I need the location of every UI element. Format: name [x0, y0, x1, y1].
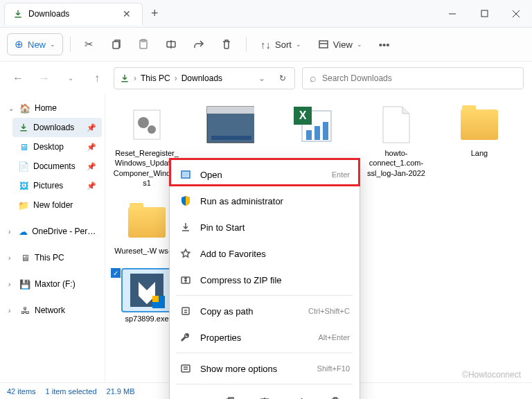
chevron-right-icon: ›	[8, 254, 15, 262]
pin-icon: 📌	[87, 162, 96, 171]
up-button[interactable]: ↑	[87, 69, 107, 88]
context-run-as-admin[interactable]: Run as administrator	[170, 188, 360, 214]
zip-icon	[179, 274, 192, 285]
sidebar-item-newfolder[interactable]: 📁 New folder	[12, 195, 102, 215]
rename-icon	[166, 39, 177, 50]
sidebar-item-downloads[interactable]: Downloads 📌	[12, 118, 102, 137]
breadcrumb-thispc[interactable]: This PC	[141, 73, 170, 83]
window-controls	[436, 0, 532, 28]
chevron-right-icon: ›	[8, 228, 15, 236]
minimize-button[interactable]	[436, 0, 468, 28]
view-icon	[318, 39, 329, 50]
tab-downloads[interactable]: Downloads ✕	[4, 3, 143, 25]
close-button[interactable]	[500, 0, 532, 28]
folder-icon	[455, 104, 504, 145]
share-icon	[193, 39, 204, 50]
tab-close-button[interactable]: ✕	[120, 8, 134, 19]
watermark: ©Howtoconnect	[462, 370, 521, 380]
svg-text:X: X	[299, 109, 307, 121]
address-bar[interactable]: › This PC › Downloads ⌄ ↻	[114, 67, 295, 89]
breadcrumb-downloads[interactable]: Downloads	[181, 73, 222, 83]
back-button[interactable]: ←	[8, 69, 28, 88]
svg-rect-23	[323, 122, 328, 140]
sidebar-item-pictures[interactable]: 🖼 Pictures 📌	[12, 176, 102, 195]
maximize-button[interactable]	[468, 0, 500, 28]
view-button[interactable]: View ⌄	[311, 33, 369, 55]
sort-button[interactable]: ↑↓ Sort ⌄	[254, 33, 308, 55]
chevron-right-icon: ›	[8, 307, 15, 314]
search-icon: ⌕	[310, 72, 317, 85]
pc-icon: 🖥	[19, 252, 30, 263]
svg-rect-31	[181, 365, 190, 372]
context-rename-button[interactable]	[254, 391, 276, 399]
context-copy-button[interactable]	[218, 391, 240, 399]
context-share-button[interactable]	[289, 391, 311, 399]
svg-rect-4	[113, 42, 119, 48]
sidebar-item-maxtor[interactable]: › 💾 Maxtor (F:)	[3, 274, 102, 294]
svg-rect-22	[314, 126, 320, 140]
sidebar-item-desktop[interactable]: 🖥 Desktop 📌	[12, 137, 102, 157]
app-window-icon	[206, 104, 254, 145]
sidebar-item-thispc[interactable]: › 🖥 This PC	[3, 248, 102, 267]
svg-rect-15	[207, 107, 254, 114]
drive-icon: 💾	[19, 278, 30, 290]
context-compress-zip[interactable]: Compress to ZIP file	[170, 267, 360, 293]
context-icon-row: ✂	[170, 387, 360, 399]
sort-label: Sort	[275, 39, 292, 50]
context-show-more[interactable]: Show more options Shift+F10	[170, 355, 360, 382]
chevron-right-icon: ›	[8, 281, 15, 288]
rename-button[interactable]	[159, 33, 184, 55]
desktop-icon: 🖥	[18, 141, 29, 152]
more-button[interactable]: •••	[372, 33, 397, 55]
new-button[interactable]: ⊕ New ⌄	[7, 33, 63, 55]
sidebar-item-documents[interactable]: 📄 Documents 📌	[12, 157, 102, 176]
context-menu: Open Enter Run as administrator Pin to S…	[169, 158, 360, 399]
recent-button[interactable]: ⌄	[61, 69, 80, 88]
pin-icon: 📌	[87, 143, 96, 152]
installer-icon	[123, 269, 171, 311]
new-tab-button[interactable]: +	[143, 6, 167, 21]
shield-icon	[179, 195, 192, 206]
svg-rect-28	[183, 172, 188, 177]
share-button[interactable]	[186, 33, 211, 55]
svg-rect-16	[211, 136, 251, 140]
svg-rect-9	[319, 41, 328, 48]
sidebar-item-onedrive[interactable]: › ☁ OneDrive - Personal	[3, 222, 102, 241]
search-input[interactable]	[322, 73, 516, 83]
refresh-button[interactable]: ↻	[276, 73, 289, 83]
paste-icon	[138, 39, 149, 50]
copy-icon	[110, 39, 121, 50]
file-item[interactable]: Lang	[445, 104, 514, 188]
context-properties[interactable]: Properties Alt+Enter	[170, 324, 360, 351]
status-selection: 1 item selected	[46, 387, 97, 396]
network-icon: 🖧	[19, 305, 30, 316]
context-open[interactable]: Open Enter	[170, 161, 360, 188]
search-box[interactable]: ⌕	[302, 67, 524, 89]
paste-button[interactable]	[131, 33, 156, 55]
cut-button[interactable]: ✂	[78, 33, 100, 55]
text-file-icon	[372, 104, 420, 145]
new-label: New	[28, 39, 46, 50]
chevron-down-icon: ⌄	[50, 41, 55, 48]
copy-button[interactable]	[103, 33, 128, 55]
delete-button[interactable]	[214, 33, 239, 55]
cloud-icon: ☁	[19, 226, 28, 237]
sidebar-item-network[interactable]: › 🖧 Network	[3, 301, 102, 320]
home-icon: 🏠	[19, 103, 30, 114]
scissors-icon: ✂	[85, 38, 94, 51]
context-delete-button[interactable]	[324, 391, 346, 399]
open-icon	[179, 169, 192, 180]
status-item-count: 42 items	[7, 387, 36, 396]
ellipsis-icon: •••	[379, 39, 390, 51]
forward-button[interactable]: →	[35, 69, 54, 88]
svg-rect-1	[481, 10, 488, 17]
file-item[interactable]: howto-connect_1.com-ssl_log-Jan-2022	[362, 104, 431, 188]
context-add-to-favorites[interactable]: Add to Favorites	[170, 240, 360, 267]
svg-rect-30	[182, 308, 189, 314]
download-icon	[18, 122, 29, 133]
sidebar-item-home[interactable]: ⌄ 🏠 Home	[3, 98, 102, 118]
address-dropdown[interactable]: ⌄	[258, 73, 265, 83]
context-cut-button[interactable]: ✂	[183, 391, 205, 399]
context-copy-as-path[interactable]: Copy as path Ctrl+Shift+C	[170, 298, 360, 324]
context-pin-to-start[interactable]: Pin to Start	[170, 214, 360, 240]
